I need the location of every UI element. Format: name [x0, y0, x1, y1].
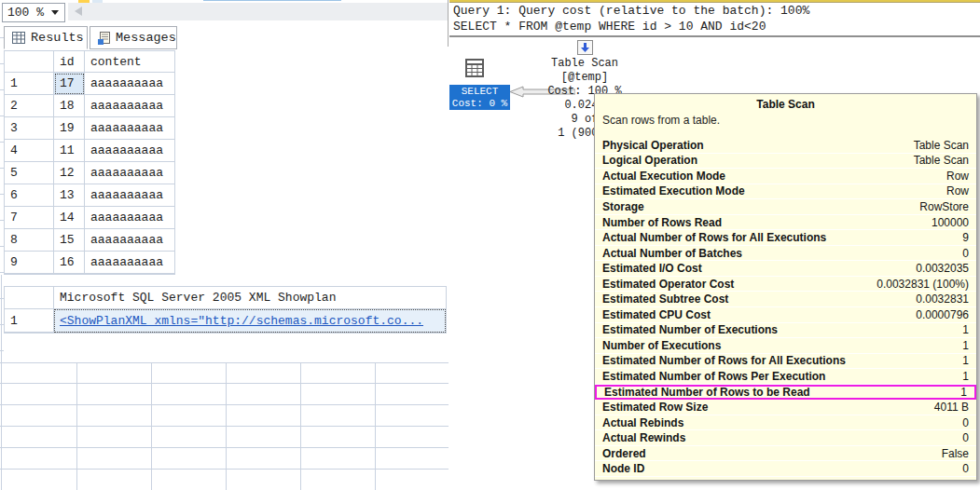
tooltip-row-value: 1: [960, 386, 967, 399]
plan-header-separator: [449, 35, 980, 37]
tooltip-row-value: 1: [962, 354, 969, 367]
tooltip-row-label: Estimated Operator Cost: [602, 278, 734, 291]
id-cell[interactable]: 18: [54, 95, 85, 117]
row-number-cell[interactable]: 7: [5, 207, 54, 229]
showplan-xml-link[interactable]: <ShowPlanXML xmlns="http://schemas.micro…: [60, 314, 423, 328]
id-cell[interactable]: 11: [54, 140, 85, 162]
tooltip-row-label: Estimated Execution Mode: [602, 184, 745, 197]
table-row: 512aaaaaaaaaa: [5, 162, 174, 184]
tooltip-row-label: Node ID: [602, 462, 644, 475]
tab-results[interactable]: Results: [4, 26, 88, 49]
row-number-cell[interactable]: 5: [5, 162, 54, 184]
excel-gridline: [1, 362, 2, 490]
row-number-cell[interactable]: 1: [5, 309, 54, 333]
tooltip-row-value: 0: [962, 247, 969, 260]
id-cell[interactable]: 13: [54, 184, 85, 207]
tooltip-row-value: 1: [962, 339, 969, 352]
results-grid: id content 117aaaaaaaaaa218aaaaaaaaaa319…: [4, 50, 175, 275]
zoom-level-combo[interactable]: 100 %: [2, 3, 65, 22]
row-number-cell[interactable]: 3: [5, 117, 54, 140]
tooltip-title: Table Scan: [595, 98, 976, 111]
zoom-level-value: 100 %: [3, 6, 51, 20]
excel-gridline: [1, 275, 2, 362]
scroll-left-arrow-icon[interactable]: [75, 7, 82, 16]
result-set-icon[interactable]: [465, 59, 484, 77]
tooltip-row-highlighted: Estimated Number of Rows to be Read1: [595, 385, 976, 401]
tooltip-row-value: 1: [962, 323, 969, 336]
table-row: 815aaaaaaaaaa: [5, 229, 174, 252]
table-row: 714aaaaaaaaaa: [5, 207, 174, 229]
showplan-column-header[interactable]: Microsoft SQL Server 2005 XML Showplan: [54, 287, 446, 309]
content-cell[interactable]: aaaaaaaaaa: [85, 95, 174, 117]
table-scan-node-line: Table Scan: [540, 57, 629, 71]
tooltip-row: Actual Number of Rows for All Executions…: [595, 230, 976, 246]
tooltip-row-value: 0.0032831: [916, 293, 969, 306]
table-scan-down-arrow-icon[interactable]: [577, 40, 593, 55]
tooltip-row-label: Estimated CPU Cost: [602, 308, 711, 321]
corner-header-cell[interactable]: [5, 51, 54, 73]
tooltip-row-label: Estimated Number of Rows for All Executi…: [602, 354, 846, 367]
tooltip-row-label: Actual Rebinds: [602, 416, 683, 429]
tooltip-row: Estimated CPU Cost0.0000796: [595, 307, 976, 323]
content-cell[interactable]: aaaaaaaaaa: [85, 117, 174, 140]
tab-messages-label: Messages: [116, 31, 176, 45]
tooltip-row: Actual Rebinds0: [595, 415, 976, 431]
tooltip-row: Estimated Subtree Cost0.0032831: [595, 292, 976, 307]
tooltip-row: Estimated I/O Cost0.0032035: [595, 261, 976, 277]
content-cell[interactable]: aaaaaaaaaa: [85, 184, 174, 207]
tooltip-row-value: False: [942, 447, 969, 460]
tooltip-row-label: Number of Rows Read: [602, 216, 722, 229]
content-cell[interactable]: aaaaaaaaaa: [85, 140, 174, 162]
tooltip-row-label: Ordered: [602, 447, 646, 460]
excel-gridline: [0, 383, 449, 384]
tooltip-row-label: Actual Number of Rows for All Executions: [602, 231, 826, 244]
tooltip-row-label: Actual Number of Batches: [602, 247, 742, 260]
content-cell[interactable]: aaaaaaaaaa: [85, 229, 174, 252]
content-cell[interactable]: aaaaaaaaaa: [85, 73, 174, 95]
row-number-cell[interactable]: 8: [5, 229, 54, 252]
row-number-cell[interactable]: 4: [5, 140, 54, 162]
showplan-link-cell[interactable]: <ShowPlanXML xmlns="http://schemas.micro…: [54, 309, 446, 333]
content-cell[interactable]: aaaaaaaaaa: [85, 207, 174, 229]
tooltip-row: Estimated Number of Rows for All Executi…: [595, 354, 976, 370]
row-number-cell[interactable]: 1: [5, 73, 54, 95]
tooltip-row-label: Number of Executions: [602, 339, 721, 352]
corner-header-cell-2[interactable]: [5, 287, 54, 309]
id-cell[interactable]: 17: [54, 73, 85, 95]
tooltip-row: StorageRowStore: [595, 199, 976, 215]
tooltip-row-label: Storage: [602, 200, 644, 213]
showplan-header-row: Microsoft SQL Server 2005 XML Showplan: [5, 287, 446, 309]
id-cell[interactable]: 12: [54, 162, 85, 184]
row-number-cell[interactable]: 9: [5, 252, 54, 274]
showplan-grid: Microsoft SQL Server 2005 XML Showplan 1…: [4, 286, 447, 333]
tooltip-row-label: Estimated I/O Cost: [602, 262, 702, 275]
tooltip-row-value: 1: [962, 370, 969, 383]
content-cell[interactable]: aaaaaaaaaa: [85, 252, 174, 274]
tab-messages[interactable]: Messages: [90, 26, 177, 49]
excel-gridline: [151, 362, 152, 490]
tooltip-row-value: 0: [962, 462, 969, 475]
row-number-cell[interactable]: 2: [5, 95, 54, 117]
panel-seam-line: [448, 0, 449, 47]
chevron-down-icon[interactable]: [51, 10, 59, 15]
column-header-id[interactable]: id: [54, 51, 85, 73]
table-scan-tooltip: Table Scan Scan rows from a table. Physi…: [594, 93, 977, 481]
content-cell[interactable]: aaaaaaaaaa: [85, 162, 174, 184]
tooltip-row-label: Actual Rewinds: [602, 431, 685, 444]
tooltip-row-value: Table Scan: [914, 139, 969, 152]
tooltip-row-value: 4011 B: [934, 401, 969, 414]
horizontal-scrollbar[interactable]: [68, 3, 448, 20]
column-header-content[interactable]: content: [85, 51, 174, 73]
tooltip-row-value: 0.0032035: [916, 262, 969, 275]
row-number-cell[interactable]: 6: [5, 184, 54, 207]
table-row: 411aaaaaaaaaa: [5, 140, 174, 162]
id-cell[interactable]: 14: [54, 207, 85, 229]
id-cell[interactable]: 19: [54, 117, 85, 140]
id-cell[interactable]: 15: [54, 229, 85, 252]
tooltip-row: Logical OperationTable Scan: [595, 154, 976, 170]
id-cell[interactable]: 16: [54, 252, 85, 274]
tooltip-row-label: Estimated Number of Rows Per Execution: [602, 370, 825, 383]
tooltip-row-value: 0: [962, 431, 969, 444]
select-node[interactable]: SELECT Cost: 0 %: [449, 85, 510, 110]
tooltip-row-value: RowStore: [919, 200, 969, 213]
